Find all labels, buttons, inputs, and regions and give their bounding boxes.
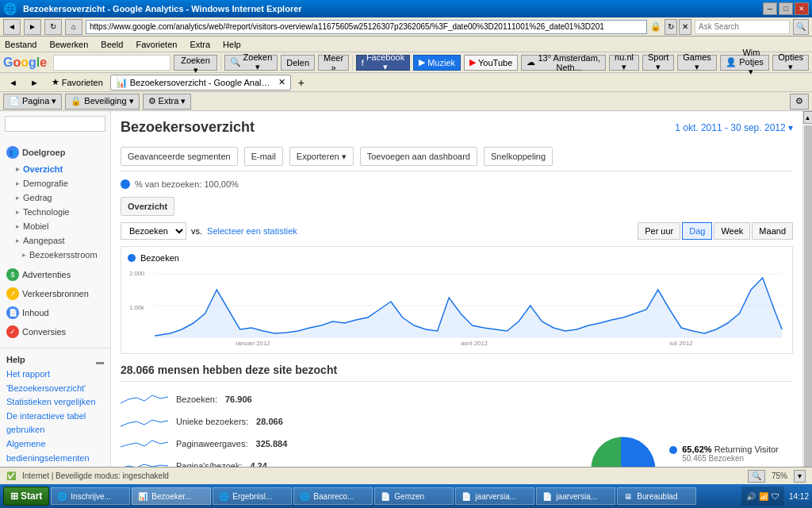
sidebar-verkeersbronnen[interactable]: ↗ Verkeersbronnen <box>0 284 110 303</box>
taskbar-baanreco[interactable]: 🌐 Baanreco... <box>293 487 373 505</box>
close-button[interactable]: ✕ <box>795 2 809 15</box>
overview-tab[interactable]: Overzicht <box>121 197 174 216</box>
scrollbar[interactable]: ▲ ▼ <box>802 111 812 491</box>
page-button[interactable]: 📄 Pagina ▾ <box>3 94 62 110</box>
refresh-stop-button[interactable]: ↻ <box>665 19 677 35</box>
security-button[interactable]: 🔒 Beveiliging ▾ <box>65 94 139 110</box>
doelgroep-section: 👥 Doelgroep Overzicht Demografie Gedrag … <box>0 143 110 262</box>
selecteer-link[interactable]: Selecteer een statistiek <box>207 226 297 236</box>
help-collapse-button[interactable]: ▬ <box>96 357 104 366</box>
week-button[interactable]: Week <box>714 222 750 240</box>
google-search-button[interactable]: Zoeken ▾ <box>174 55 217 71</box>
maand-button[interactable]: Maand <box>752 222 793 240</box>
youtube-button[interactable]: ▶ YouTube <box>464 55 518 71</box>
sidebar-overzicht[interactable]: Overzicht <box>0 162 110 176</box>
muziek-button[interactable]: ▶ Muziek <box>413 55 461 71</box>
taskbar-bezoeker[interactable]: 📊 Bezoeker... <box>132 487 211 505</box>
sport-button[interactable]: Sport ▾ <box>642 55 674 71</box>
exporteren-button[interactable]: Exporteren ▾ <box>289 147 354 166</box>
next-tab-button[interactable]: ► <box>25 75 44 90</box>
taskbar-ergebnisl[interactable]: 🌐 Ergebnisl... <box>213 487 292 505</box>
menu-bewerken[interactable]: Bewerken <box>49 40 88 49</box>
help-link-0[interactable]: Het rapport 'Bezoekersoverzicht' <box>6 368 104 395</box>
scroll-up-button[interactable]: ▲ <box>803 111 813 124</box>
zoom-button[interactable]: 🔍 <box>748 470 765 483</box>
address-bar: ◄ ► ↻ ⌂ 🔒 ↻ ✕ 🔍 <box>0 17 812 37</box>
taskbar-inschrijve[interactable]: 🌐 Inschrijve... <box>51 487 130 505</box>
sidebar-gedrag[interactable]: Gedrag <box>0 190 110 205</box>
opties-button[interactable]: Opties ▾ <box>772 55 809 71</box>
menu-favorieten[interactable]: Favorieten <box>136 40 177 49</box>
games-button[interactable]: Games ▾ <box>677 55 716 71</box>
ask-search-input[interactable] <box>695 20 790 34</box>
minimize-button[interactable]: ─ <box>763 2 777 15</box>
menu-help[interactable]: Help <box>223 40 241 49</box>
ask-search-button[interactable]: 🔍 <box>793 19 809 35</box>
menu-extra[interactable]: Extra <box>190 40 210 49</box>
stat-row-paginaweergaves: Paginaweergaves: 325.884 <box>121 436 555 452</box>
stop-button[interactable]: ✕ <box>679 19 691 35</box>
taskbar-jaarversia-2[interactable]: 📄 jaarversia... <box>536 487 615 505</box>
favorieten-tab[interactable]: ★ Favorieten <box>46 75 109 90</box>
taskbar-jaarversia-1[interactable]: 📄 jaarversia... <box>455 487 534 505</box>
weather-button[interactable]: ☁ 13° Amsterdam, Neth... <box>521 55 606 71</box>
email-button[interactable]: E-mail <box>244 147 283 166</box>
sidebar-advertenties[interactable]: $ Advertenties <box>0 265 110 284</box>
forward-button[interactable]: ► <box>24 19 41 35</box>
toevoegen-button[interactable]: Toevoegen aan dashboard <box>360 147 477 166</box>
sidebar-inhoud[interactable]: 📄 Inhoud <box>0 303 110 322</box>
user-button[interactable]: 👤 Wim Potjes ▾ <box>720 55 769 71</box>
nu-nl-button[interactable]: nu.nl ▾ <box>609 55 639 71</box>
zoeken-button[interactable]: 🔍 Zoeken ▾ <box>224 55 278 71</box>
per-uur-button[interactable]: Per uur <box>638 222 680 240</box>
verkeersbronnen-icon: ↗ <box>6 287 19 300</box>
menu-bestand[interactable]: Bestand <box>5 40 36 49</box>
status-right: 🔍 75% ▾ <box>748 470 806 483</box>
new-tab-button[interactable]: + <box>293 75 310 90</box>
taskbar-bureaublad[interactable]: 🖥 Bureaublad <box>617 487 696 505</box>
extra-button[interactable]: ⚙ Extra ▾ <box>143 94 192 110</box>
clock[interactable]: 14:12 <box>789 492 809 501</box>
sidebar-technologie[interactable]: Technologie <box>0 205 110 219</box>
tab-close-icon[interactable]: ✕ <box>278 77 285 87</box>
back-button[interactable]: ◄ <box>3 19 21 35</box>
sidebar-bezoekersstroom[interactable]: Bezoekersstroom <box>0 248 110 262</box>
google-search-input[interactable] <box>53 55 170 71</box>
metric-dropdown[interactable]: Bezoeken <box>121 222 186 240</box>
stat-row-bezoeken: Bezoeken: 76.906 <box>121 391 555 407</box>
toolbar-divider-1 <box>220 55 221 71</box>
prev-tab-button[interactable]: ◄ <box>3 75 23 90</box>
refresh-button[interactable]: ↻ <box>44 19 62 35</box>
analytics-tab[interactable]: 📊 Bezoekersoverzicht - Google Analytics … <box>110 75 291 90</box>
sidebar-mobiel[interactable]: Mobiel <box>0 219 110 233</box>
maximize-button[interactable]: □ <box>779 2 793 15</box>
home-button[interactable]: ⌂ <box>65 19 82 35</box>
snelkoppeling-button[interactable]: Snelkoppeling <box>484 147 553 166</box>
play-icon: ▶ <box>419 57 425 67</box>
sidebar-aangepast[interactable]: Aangepast <box>0 233 110 248</box>
percentage-bar: % van bezoeken: 100,00% <box>121 179 793 189</box>
meer-button[interactable]: Meer » <box>318 55 349 71</box>
geavanceerde-segmenten-button[interactable]: Geavanceerde segmenten <box>121 147 238 166</box>
address-input[interactable] <box>86 20 647 34</box>
facebook-button[interactable]: f Facebook ▾ <box>356 55 410 71</box>
tools-icon: ⚙ <box>795 96 803 106</box>
start-button[interactable]: ⊞ Start <box>3 487 49 506</box>
stat-label-bezoeken: Bezoeken: <box>176 394 217 404</box>
sidebar-demografie[interactable]: Demografie <box>0 176 110 190</box>
dag-button[interactable]: Dag <box>682 222 712 240</box>
taskbar-icon-3: 🌐 <box>299 491 310 502</box>
sidebar-conversies[interactable]: ✓ Conversies <box>0 322 110 341</box>
svg-text:januari 2012: januari 2012 <box>236 340 270 345</box>
help-link-2[interactable]: De interactieve tabel gebruiken <box>6 410 104 437</box>
tools-button[interactable]: ⚙ <box>790 94 809 110</box>
scroll-thumb[interactable] <box>804 125 812 476</box>
window-controls: ─ □ ✕ <box>763 2 809 15</box>
menu-beeld[interactable]: Beeld <box>101 40 123 49</box>
zoom-dropdown-button[interactable]: ▾ <box>794 470 806 483</box>
delen-button[interactable]: Delen <box>281 55 315 71</box>
sidebar-search-input[interactable] <box>5 116 105 132</box>
conversies-icon: ✓ <box>6 325 19 338</box>
taskbar-gemzen[interactable]: 📄 Gemzen <box>374 487 454 505</box>
help-link-1[interactable]: Statistieken vergelijken <box>6 395 104 410</box>
